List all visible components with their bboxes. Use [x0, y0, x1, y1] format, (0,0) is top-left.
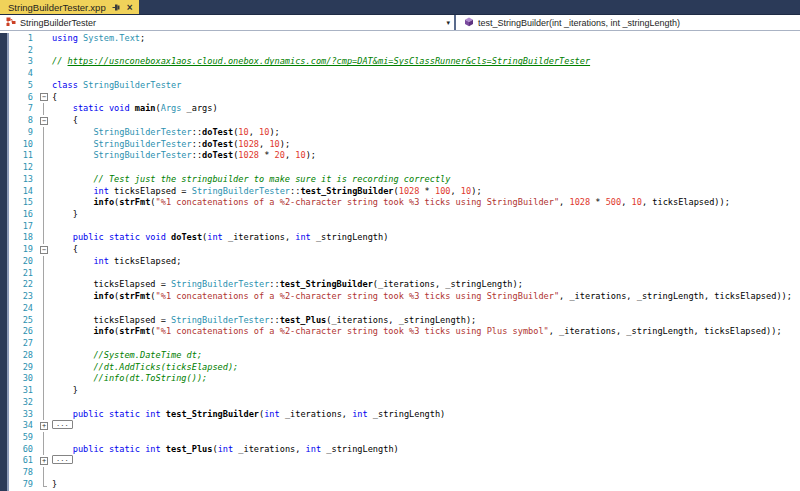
- token-pl: ,: [451, 186, 461, 196]
- fold-margin: [38, 256, 52, 268]
- token-pl: ,: [259, 139, 269, 149]
- collapse-region-icon[interactable]: −: [40, 117, 48, 125]
- code-text: //info(dt.ToString());: [52, 373, 800, 385]
- fold-margin: −: [38, 92, 52, 104]
- line-number: 12: [0, 162, 38, 174]
- fold-margin: [38, 268, 52, 280]
- tab-bar: StringBuilderTester.xpp ×: [0, 0, 800, 15]
- code-line: 24: [0, 303, 800, 315]
- token-kw: public static void: [73, 232, 166, 242]
- code-editor[interactable]: 1using System.Text;23// https://usnconeb…: [0, 31, 800, 490]
- token-meth: doTest: [202, 139, 233, 149]
- member-dropdown[interactable]: test_StringBuilder(int _iterations, int …: [456, 15, 800, 30]
- pin-icon[interactable]: [112, 3, 121, 12]
- fold-margin: [38, 197, 52, 209]
- code-text: StringBuilderTester::doTest(1028 * 20, 1…: [52, 150, 800, 162]
- line-number: 2: [0, 45, 38, 57]
- token-pl: {: [52, 115, 78, 125]
- code-text: [52, 397, 800, 409]
- token-ty: StringBuilderTester: [192, 186, 290, 196]
- token-meth: strFmt: [119, 326, 150, 336]
- line-number: 14: [0, 186, 38, 198]
- token-pl: [52, 350, 93, 360]
- line-number: 28: [0, 350, 38, 362]
- code-line: 5class StringBuilderTester: [0, 80, 800, 92]
- token-pl: , ticksElapsed));: [642, 197, 730, 207]
- line-number: 25: [0, 315, 38, 327]
- token-ty: StringBuilderTester: [171, 315, 269, 325]
- line-number: 26: [0, 326, 38, 338]
- token-num: 10: [461, 186, 471, 196]
- token-num: 10: [632, 197, 642, 207]
- token-com: //dt.AddTicks(ticksElapsed);: [93, 362, 238, 372]
- member-dropdown-label: test_StringBuilder(int _iterations, int …: [478, 18, 680, 28]
- token-pl: }: [52, 385, 78, 395]
- line-number: 33: [0, 409, 38, 421]
- type-dropdown[interactable]: StringBuilderTester ▾: [0, 15, 454, 30]
- collapse-region-icon[interactable]: −: [40, 246, 48, 254]
- code-text: public static void doTest(int _iteration…: [52, 232, 800, 244]
- fold-margin: [38, 315, 52, 327]
- code-text: info(strFmt("%1 concatenations of a %2-c…: [52, 291, 800, 303]
- hyperlink-comment[interactable]: https://usnconeboxax1aos.cloud.onebox.dy…: [68, 56, 591, 66]
- token-kw: using: [52, 33, 78, 43]
- code-line: 30 //info(dt.ToString());: [0, 373, 800, 385]
- code-text: [52, 268, 800, 280]
- token-meth: doTest: [202, 127, 233, 137]
- expand-region-icon[interactable]: +: [40, 457, 48, 465]
- code-text: StringBuilderTester::doTest(1028, 10);: [52, 139, 800, 151]
- document-tab[interactable]: StringBuilderTester.xpp ×: [0, 0, 139, 14]
- token-pl: ::: [290, 186, 300, 196]
- fold-margin: [38, 209, 52, 221]
- token-pl: [52, 186, 93, 196]
- code-text: public static int test_StringBuilder(int…: [52, 409, 800, 421]
- fold-margin: [38, 479, 52, 491]
- method-icon: [464, 17, 474, 29]
- token-pl: ticksElapsed =: [52, 315, 171, 325]
- line-number: 4: [0, 68, 38, 80]
- fold-margin: [38, 362, 52, 374]
- token-pl: );: [280, 139, 290, 149]
- token-meth: main: [135, 103, 156, 113]
- line-number: 34: [0, 420, 38, 432]
- code-text: }: [52, 479, 800, 491]
- collapse-region-icon[interactable]: −: [40, 93, 48, 101]
- close-icon[interactable]: ×: [127, 3, 133, 12]
- chevron-down-icon[interactable]: ▾: [446, 19, 450, 27]
- token-pl: ::: [192, 150, 202, 160]
- fold-margin: [38, 350, 52, 362]
- token-pl: ::: [269, 279, 279, 289]
- token-num: 1028: [569, 197, 590, 207]
- token-pl: [52, 127, 93, 137]
- code-line: 14 int ticksElapsed = StringBuilderTeste…: [0, 186, 800, 198]
- code-line: 12: [0, 162, 800, 174]
- token-pl: _iterations,: [280, 409, 352, 419]
- token-ty: StringBuilderTester: [93, 139, 191, 149]
- collapsed-region-box[interactable]: ...: [52, 420, 73, 429]
- token-pl: {: [52, 92, 57, 102]
- token-meth: strFmt: [119, 291, 150, 301]
- line-number: 23: [0, 291, 38, 303]
- token-kw: int: [207, 232, 223, 242]
- token-pl: ticksElapsed;: [109, 256, 181, 266]
- code-text: int ticksElapsed = StringBuilderTester::…: [52, 186, 800, 198]
- token-str: "%1 concatenations of a %2-character str…: [156, 326, 549, 336]
- token-pl: [52, 409, 73, 419]
- code-text: [52, 303, 800, 315]
- token-pl: [52, 291, 93, 301]
- code-line: 59: [0, 432, 800, 444]
- fold-margin: [38, 162, 52, 174]
- collapsed-region-box[interactable]: ...: [52, 455, 73, 464]
- token-pl: {: [52, 244, 78, 254]
- token-kw: int: [352, 409, 368, 419]
- token-pl: ,: [559, 197, 569, 207]
- code-line: 60 public static int test_Plus(int _iter…: [0, 444, 800, 456]
- token-ty: Args: [161, 103, 182, 113]
- expand-region-icon[interactable]: +: [40, 422, 48, 430]
- token-num: 1028: [238, 150, 259, 160]
- line-number: 22: [0, 279, 38, 291]
- fold-margin: [38, 33, 52, 45]
- code-line: 21: [0, 268, 800, 280]
- line-number: 78: [0, 467, 38, 479]
- token-num: 1028: [238, 139, 259, 149]
